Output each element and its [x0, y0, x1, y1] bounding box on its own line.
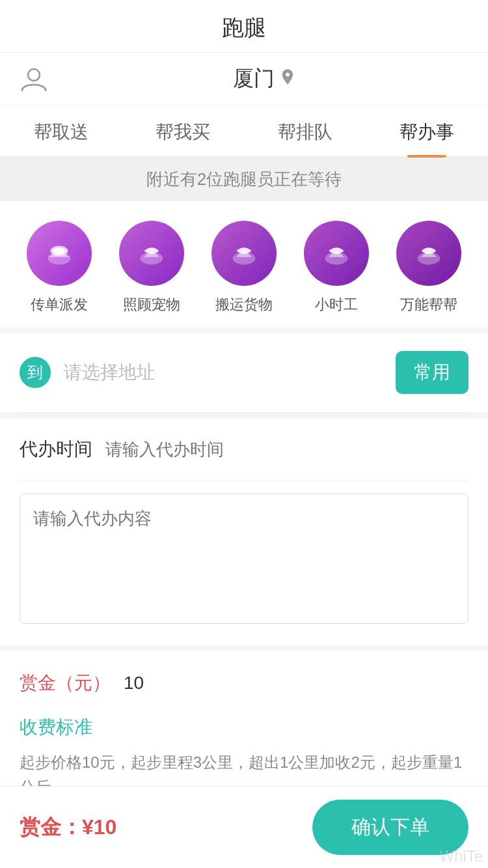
page-title: 跑腿 — [222, 15, 266, 40]
location-text: 厦门 — [233, 64, 275, 93]
form-time-row: 代办时间 — [20, 419, 468, 481]
form-content-textarea[interactable] — [20, 494, 468, 624]
location-area[interactable]: 厦门 — [233, 64, 297, 93]
tab-bangbangshi[interactable]: 帮办事 — [366, 105, 489, 156]
header: 跑腿 — [0, 0, 488, 53]
service-label-3: 搬运货物 — [215, 295, 273, 315]
reward-label: 赏金（元） — [20, 671, 111, 695]
form-section: 代办时间 — [0, 419, 488, 651]
form-content-wrap — [20, 481, 468, 646]
service-label-2: 照顾宠物 — [123, 295, 180, 315]
service-item-banyunhuowu[interactable]: 搬运货物 — [211, 221, 277, 315]
notice-text: 附近有2位跑腿员正在等待 — [146, 169, 342, 189]
service-icon-circle-1 — [27, 221, 92, 286]
service-icon-circle-4 — [304, 221, 369, 286]
address-badge: 到 — [20, 357, 51, 388]
confirm-order-button[interactable]: 确认下单 — [312, 800, 468, 855]
service-section: 传单派发 照顾宠物 搬运货物 小时 — [0, 201, 488, 333]
bottom-bar: 赏金：¥10 确认下单 — [0, 786, 488, 868]
user-icon[interactable] — [20, 64, 48, 93]
user-bar: 厦门 — [0, 53, 488, 105]
bottom-reward-display: 赏金：¥10 — [20, 813, 116, 842]
tab-bangpaidui[interactable]: 帮排队 — [244, 105, 366, 156]
fee-title: 收费标准 — [20, 715, 468, 740]
service-label-5: 万能帮帮 — [400, 295, 457, 315]
tab-bangqusong[interactable]: 帮取送 — [0, 105, 122, 156]
address-section: 到 请选择地址 常用 — [0, 333, 488, 413]
service-item-xiaoshigong[interactable]: 小时工 — [304, 221, 369, 315]
location-pin-icon — [278, 67, 297, 91]
address-placeholder: 请选择地址 — [64, 360, 396, 385]
form-time-label: 代办时间 — [20, 437, 92, 462]
reward-row: 赏金（元） 10 — [20, 671, 468, 695]
address-row[interactable]: 到 请选择地址 常用 — [20, 333, 468, 413]
service-icon-circle-5 — [396, 221, 461, 286]
reward-value: 10 — [124, 673, 144, 693]
bottom-reward-amount: ¥10 — [82, 815, 116, 839]
tab-bangwomai[interactable]: 帮我买 — [122, 105, 245, 156]
bottom-reward-label: 赏金： — [20, 815, 82, 839]
service-item-wannengbangbang[interactable]: 万能帮帮 — [396, 221, 461, 315]
service-label-1: 传单派发 — [31, 295, 88, 315]
svg-point-0 — [28, 69, 40, 81]
notice-bar: 附近有2位跑腿员正在等待 — [0, 158, 488, 201]
service-icon-circle-3 — [211, 221, 277, 286]
common-address-button[interactable]: 常用 — [396, 351, 468, 394]
service-icon-circle-2 — [119, 221, 184, 286]
service-item-chuandanpaifa[interactable]: 传单派发 — [27, 221, 92, 315]
tab-bar: 帮取送 帮我买 帮排队 帮办事 — [0, 105, 488, 158]
service-item-zhaoguanchongwu[interactable]: 照顾宠物 — [119, 221, 184, 315]
form-time-input[interactable] — [105, 440, 468, 460]
service-label-4: 小时工 — [315, 295, 358, 315]
